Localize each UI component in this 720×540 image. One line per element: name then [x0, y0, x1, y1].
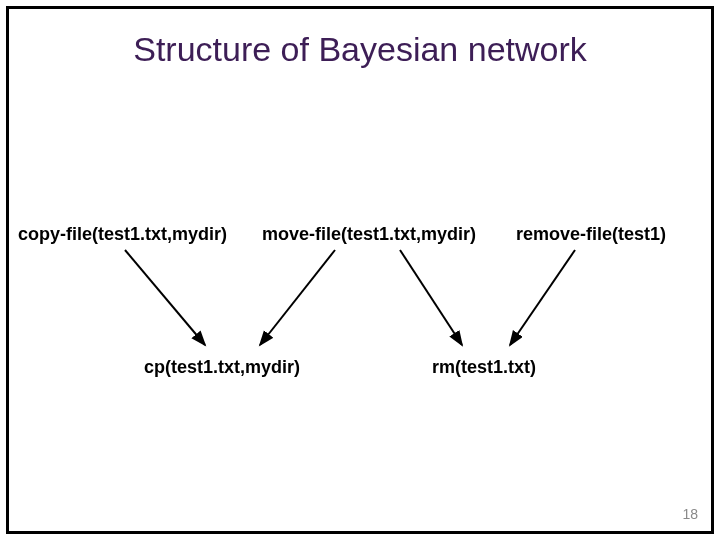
- arrow-remove-to-rm: [510, 250, 575, 345]
- arrow-copy-to-cp: [125, 250, 205, 345]
- page-number: 18: [682, 506, 698, 522]
- arrows-layer: [0, 0, 720, 540]
- arrow-move-to-rm: [400, 250, 462, 345]
- arrow-move-to-cp: [260, 250, 335, 345]
